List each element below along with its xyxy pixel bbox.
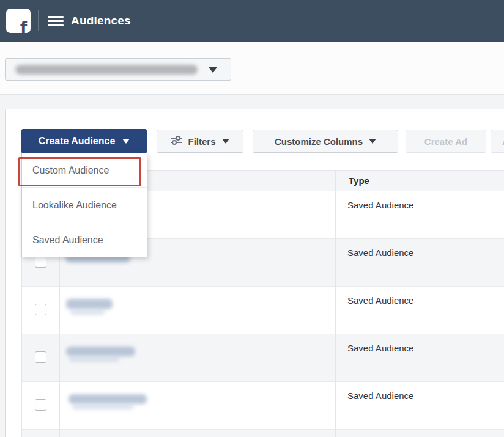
redacted-audience-subtext bbox=[72, 405, 133, 409]
chevron-down-icon bbox=[369, 139, 376, 144]
row-checkbox[interactable] bbox=[35, 399, 46, 411]
redacted-audience-name[interactable] bbox=[66, 299, 113, 309]
table-row: Saved Audience bbox=[21, 382, 504, 430]
table-row-partial bbox=[21, 430, 504, 437]
navbar-divider bbox=[38, 10, 39, 31]
actions-button-partial: A bbox=[491, 130, 504, 153]
row-checkbox[interactable] bbox=[35, 256, 46, 268]
menu-item-label: Lookalike Audience bbox=[32, 200, 117, 211]
chevron-down-icon bbox=[209, 67, 217, 73]
redacted-audience-name[interactable] bbox=[69, 394, 147, 404]
redacted-audience-subtext bbox=[70, 310, 105, 315]
row-checkbox[interactable] bbox=[35, 304, 46, 315]
create-ad-label: Create Ad bbox=[424, 136, 467, 147]
audience-type: Saved Audience bbox=[347, 200, 413, 210]
facebook-logo-icon[interactable]: f bbox=[6, 9, 31, 33]
audience-type: Saved Audience bbox=[347, 295, 413, 306]
menu-item-label: Custom Audience bbox=[32, 165, 109, 176]
create-audience-label: Create Audience bbox=[39, 136, 116, 147]
redacted-audience-subtext bbox=[69, 357, 119, 362]
table-row: Saved Audience bbox=[21, 334, 504, 382]
row-checkbox[interactable] bbox=[35, 351, 46, 363]
column-divider bbox=[335, 170, 336, 437]
menu-item-saved-audience[interactable]: Saved Audience bbox=[22, 223, 147, 257]
page-title: Audiences bbox=[71, 14, 131, 28]
menu-item-custom-audience[interactable]: Custom Audience bbox=[22, 153, 147, 188]
filters-sliders-icon bbox=[171, 136, 182, 147]
create-audience-button[interactable]: Create Audience bbox=[21, 129, 147, 153]
audience-type: Saved Audience bbox=[347, 343, 413, 353]
chevron-down-icon bbox=[222, 139, 229, 144]
table-row: Saved Audience bbox=[21, 287, 504, 334]
top-navbar: f Audiences bbox=[0, 0, 504, 42]
customize-columns-label: Customize Columns bbox=[275, 136, 363, 147]
create-audience-menu: Custom Audience Lookalike Audience Saved… bbox=[21, 153, 147, 257]
menu-item-lookalike-audience[interactable]: Lookalike Audience bbox=[22, 188, 147, 222]
menu-item-label: Saved Audience bbox=[32, 235, 103, 246]
chevron-down-icon bbox=[122, 139, 130, 144]
redacted-account-name bbox=[15, 65, 198, 75]
audience-type: Saved Audience bbox=[347, 248, 413, 258]
customize-columns-button[interactable]: Customize Columns bbox=[253, 130, 398, 153]
filters-label: Filters bbox=[188, 136, 215, 147]
filters-button[interactable]: Filters bbox=[157, 130, 243, 153]
type-column-header[interactable]: Type bbox=[349, 175, 369, 186]
redacted-audience-name[interactable] bbox=[66, 347, 135, 356]
create-ad-button: Create Ad bbox=[406, 130, 486, 153]
menu-icon[interactable] bbox=[48, 16, 64, 26]
account-selector-dropdown[interactable] bbox=[5, 58, 231, 81]
audience-type: Saved Audience bbox=[347, 391, 413, 401]
